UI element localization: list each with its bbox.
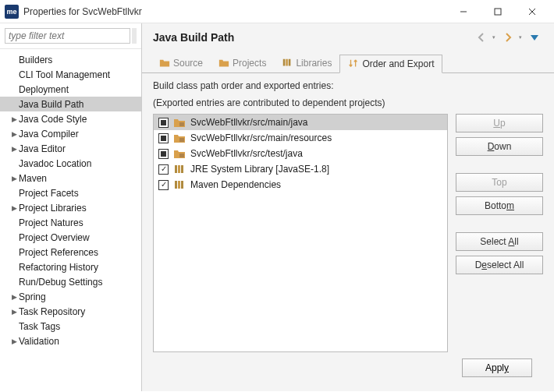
tree-item-label: Project Overview — [19, 232, 90, 243]
checkbox[interactable] — [158, 180, 169, 190]
app-icon: me — [5, 5, 19, 19]
svg-rect-13 — [175, 181, 177, 189]
tree-item[interactable]: ▶Java Code Style — [0, 111, 141, 126]
tree-item[interactable]: Javadoc Location — [0, 156, 141, 171]
tree-item[interactable]: ▶Task Repository — [0, 304, 141, 319]
nav-back-button[interactable] — [473, 30, 490, 45]
tree-item-label: Task Repository — [19, 306, 85, 317]
source-folder-icon — [173, 132, 186, 143]
expand-arrow-icon: ▶ — [9, 308, 19, 316]
entries-list[interactable]: SvcWebFtllvkr/src/main/javaSvcWebFtllvkr… — [153, 114, 448, 352]
nav-forward-menu[interactable]: ▾ — [517, 34, 524, 41]
tab-projects[interactable]: Projects — [211, 54, 274, 72]
checkbox[interactable] — [158, 164, 169, 175]
expand-arrow-icon: ▶ — [9, 293, 19, 301]
tree-item[interactable]: Deployment — [0, 82, 141, 97]
view-menu-button[interactable] — [526, 30, 543, 45]
minimize-button[interactable] — [446, 1, 481, 23]
tree-item[interactable]: ▶Java Compiler — [0, 126, 141, 141]
entry-row[interactable]: SvcWebFtllvkr/src/main/resources — [154, 130, 447, 146]
down-button[interactable]: Down — [456, 137, 543, 156]
checkbox[interactable] — [158, 149, 169, 159]
entry-row[interactable]: SvcWebFtllvkr/src/main/java — [154, 115, 447, 130]
tree-item-label: Project Natures — [19, 217, 83, 228]
category-tree[interactable]: BuildersCLI Tool ManagementDeploymentJav… — [0, 49, 141, 391]
tree-item[interactable]: Run/Debug Settings — [0, 274, 141, 289]
tree-item-label: Java Build Path — [19, 99, 83, 110]
apply-button[interactable]: Apply — [462, 358, 532, 377]
svg-rect-11 — [178, 165, 180, 173]
maximize-button[interactable] — [481, 1, 515, 23]
bottom-button[interactable]: Bottom — [456, 196, 543, 215]
tree-item[interactable]: Project Facets — [0, 185, 141, 200]
tree-item[interactable]: Project Overview — [0, 230, 141, 245]
svg-rect-14 — [178, 181, 180, 189]
tree-item-label: Java Editor — [19, 143, 66, 154]
tab-label: Source — [173, 58, 203, 69]
svg-rect-12 — [181, 165, 183, 173]
library-icon — [282, 58, 293, 69]
expand-arrow-icon: ▶ — [9, 337, 19, 345]
entry-row[interactable]: SvcWebFtllvkr/src/test/java — [154, 146, 447, 161]
tree-item[interactable]: ▶Java Editor — [0, 141, 141, 156]
tree-item[interactable]: CLI Tool Management — [0, 67, 141, 82]
checkbox[interactable] — [158, 133, 169, 143]
tree-item-label: Java Compiler — [19, 129, 79, 139]
nav-forward-button[interactable] — [499, 30, 517, 45]
checkbox[interactable] — [158, 118, 169, 128]
window-title: Properties for SvcWebFtllvkr — [23, 6, 446, 17]
nav-back-menu[interactable]: ▾ — [490, 34, 498, 41]
entry-label: JRE System Library [JavaSE-1.8] — [190, 164, 329, 175]
main-row: SvcWebFtllvkr/src/main/javaSvcWebFtllvkr… — [153, 114, 543, 352]
button-column: Up Down Top Bottom Select All Deselect A… — [456, 114, 543, 352]
entry-row[interactable]: Maven Dependencies — [154, 177, 447, 192]
tree-item-label: Javadoc Location — [19, 158, 91, 169]
entry-row[interactable]: JRE System Library [JavaSE-1.8] — [154, 161, 447, 177]
svg-rect-4 — [283, 59, 286, 66]
svg-rect-5 — [286, 59, 289, 66]
svg-rect-15 — [181, 181, 183, 189]
svg-rect-9 — [179, 154, 184, 157]
up-button[interactable]: Up — [456, 114, 543, 132]
top-button[interactable]: Top — [456, 173, 543, 192]
svg-rect-1 — [495, 9, 501, 15]
entry-label: SvcWebFtllvkr/src/main/resources — [190, 132, 332, 143]
tree-item[interactable]: Project Natures — [0, 215, 141, 230]
tree-item[interactable]: ▶Maven — [0, 171, 141, 185]
tree-item[interactable]: ▶Spring — [0, 289, 141, 304]
expand-arrow-icon: ▶ — [9, 175, 19, 182]
tree-item-label: CLI Tool Management — [19, 69, 110, 80]
tree-item-label: Run/Debug Settings — [19, 277, 102, 288]
folder-icon — [159, 58, 170, 69]
tree-item[interactable]: Java Build Path — [0, 97, 141, 111]
tree-item-label: Project Libraries — [19, 203, 87, 214]
tree-item[interactable]: Task Tags — [0, 319, 141, 334]
svg-rect-8 — [179, 138, 184, 142]
tree-item-label: Task Tags — [19, 321, 60, 332]
tree-item-label: Java Code Style — [19, 114, 87, 125]
help-text-2: (Exported entries are contributed to dep… — [153, 97, 543, 109]
svg-rect-10 — [175, 165, 177, 173]
tab-label: Order and Export — [362, 58, 434, 69]
tab-libraries[interactable]: Libraries — [274, 54, 339, 72]
tree-item[interactable]: Project References — [0, 245, 141, 260]
filter-clear-button[interactable] — [132, 28, 137, 44]
tab-source[interactable]: Source — [151, 54, 211, 72]
tree-item[interactable]: Refactoring History — [0, 260, 141, 274]
titlebar: me Properties for SvcWebFtllvkr — [0, 0, 554, 23]
apply-row: Apply — [153, 352, 543, 385]
tab-label: Projects — [233, 58, 266, 69]
select-all-button[interactable]: Select All — [456, 232, 543, 251]
deselect-all-button[interactable]: Deselect All — [456, 256, 543, 274]
tree-item[interactable]: ▶Project Libraries — [0, 200, 141, 215]
tree-item[interactable]: Builders — [0, 52, 141, 67]
filter-input[interactable] — [5, 28, 130, 44]
expand-arrow-icon: ▶ — [9, 204, 19, 212]
close-button[interactable] — [515, 1, 549, 23]
tab-label: Libraries — [296, 58, 332, 69]
tab-order-export[interactable]: Order and Export — [339, 55, 442, 73]
source-folder-icon — [173, 148, 186, 159]
tree-item-label: Builders — [19, 55, 52, 65]
tree-item[interactable]: ▶Validation — [0, 334, 141, 348]
tree-item-label: Validation — [19, 336, 59, 347]
